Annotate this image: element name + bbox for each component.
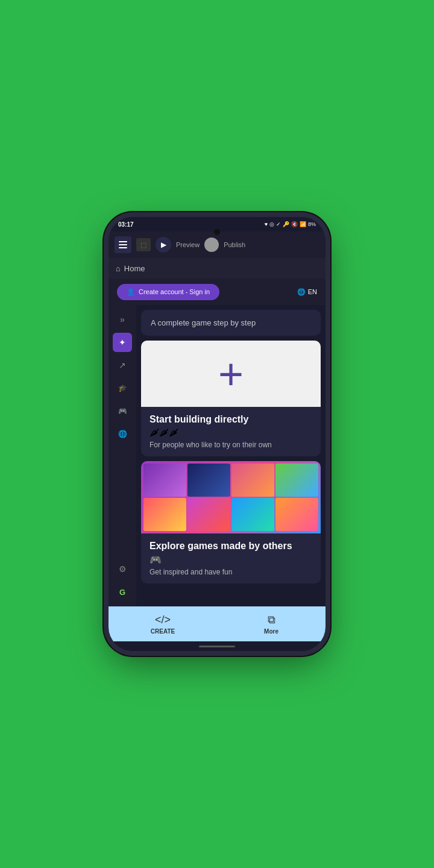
games-image-area [141, 461, 321, 533]
nav-create[interactable]: </> CREATE [108, 606, 217, 641]
sidebar: » ✦ ↗ 🎓 🎮 🌐 ⚙ G [108, 305, 136, 606]
start-building-card[interactable]: + Start building directly 🌶🌶🌶 For people… [141, 341, 321, 456]
home-notch [108, 641, 326, 651]
mute-icon: 🔇 [291, 221, 298, 227]
more-label: More [264, 628, 278, 635]
heart-icon: ♥ [265, 221, 268, 227]
signal-icon: 📶 [300, 221, 306, 227]
translate-icon: 🌐 [297, 288, 306, 296]
create-label: CREATE [151, 628, 175, 635]
camera-notch [214, 229, 220, 235]
game-thumb-2 [187, 464, 230, 497]
chip-icon: ⬚ [136, 238, 151, 251]
home-icon: ⌂ [116, 264, 121, 273]
explore-games-card[interactable]: Explore games made by others 🎮 Get inspi… [141, 461, 321, 583]
plus-icon: + [218, 352, 244, 395]
bottom-nav: </> CREATE ⧉ More [108, 606, 326, 641]
create-account-label: Create account - Sign in [139, 288, 210, 295]
complete-game-description: A complete game step by step [151, 318, 311, 327]
status-time: 03:17 [118, 221, 134, 228]
create-account-button[interactable]: 👤 Create account - Sign in [117, 284, 219, 300]
start-building-subtitle: For people who like to try on their own [149, 441, 312, 449]
sidebar-item-link[interactable]: ↗ [113, 356, 132, 375]
games-grid [143, 464, 318, 531]
sidebar-item-learn[interactable]: 🎓 [113, 379, 132, 398]
game-thumb-4 [275, 464, 318, 497]
game-thumb-6 [187, 498, 230, 531]
more-icon: ⧉ [268, 614, 275, 626]
language-label: EN [308, 288, 317, 295]
publish-label[interactable]: Publish [224, 241, 245, 248]
complete-game-card[interactable]: A complete game step by step [141, 310, 321, 336]
play-button[interactable]: ▶ [156, 237, 171, 253]
explore-games-title: Explore games made by others [149, 541, 312, 552]
phone-shell: 03:17 ♥ ◎ ✓ 🔑 🔇 📶 8% ⬚ ▶ Preview Publish… [108, 217, 326, 651]
battery-level: 8% [308, 221, 316, 227]
home-label: Home [124, 264, 145, 273]
game-thumb-3 [231, 464, 274, 497]
location-icon: ◎ [269, 221, 274, 227]
breadcrumb[interactable]: ⌂ Home [108, 258, 326, 278]
sidebar-item-grading[interactable]: G [113, 582, 132, 602]
sidebar-item-expand[interactable]: » [113, 310, 132, 329]
sidebar-item-settings[interactable]: ⚙ [113, 559, 132, 579]
language-button[interactable]: 🌐 EN [297, 288, 317, 296]
menu-button[interactable] [115, 236, 131, 253]
account-bar: 👤 Create account - Sign in 🌐 EN [108, 278, 326, 305]
plus-image-area: + [141, 341, 321, 407]
explore-games-info: Explore games made by others 🎮 Get inspi… [141, 533, 321, 583]
start-building-title: Start building directly [149, 414, 312, 425]
key-icon: 🔑 [283, 221, 289, 227]
sidebar-item-games[interactable]: 🎮 [113, 401, 132, 421]
start-building-emoji: 🌶🌶🌶 [149, 427, 312, 438]
nav-more[interactable]: ⧉ More [217, 606, 326, 641]
check-icon: ✓ [276, 221, 281, 227]
sidebar-item-effects[interactable]: ✦ [113, 333, 132, 352]
home-indicator [199, 646, 235, 647]
game-thumb-1 [143, 464, 186, 497]
sidebar-item-web[interactable]: 🌐 [113, 424, 132, 444]
start-building-info: Start building directly 🌶🌶🌶 For people w… [141, 407, 321, 456]
person-icon: 👤 [127, 288, 135, 296]
content-area: A complete game step by step + Start bui… [136, 305, 326, 606]
game-thumb-7 [231, 498, 274, 531]
game-thumb-8 [275, 498, 318, 531]
main-area: » ✦ ↗ 🎓 🎮 🌐 ⚙ G A complete game step by … [108, 305, 326, 606]
toolbar: ⬚ ▶ Preview Publish [108, 231, 326, 258]
status-icons: ♥ ◎ ✓ 🔑 🔇 📶 8% [265, 221, 316, 227]
explore-games-emoji: 🎮 [149, 554, 312, 565]
preview-label[interactable]: Preview [176, 241, 200, 248]
game-thumb-5 [143, 498, 186, 531]
explore-games-subtitle: Get inspired and have fun [149, 568, 312, 576]
toggle-switch[interactable] [204, 237, 219, 252]
create-icon: </> [155, 614, 171, 626]
